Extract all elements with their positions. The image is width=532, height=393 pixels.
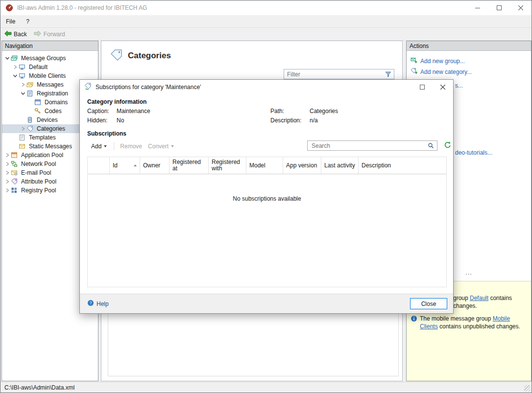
forward-button[interactable]: Forward [30, 29, 69, 39]
menu-bar: File ? [0, 15, 532, 28]
column-header-app-version[interactable]: App version [283, 157, 321, 174]
column-header-owner[interactable]: Owner [140, 157, 169, 174]
dialog-icon [84, 82, 92, 92]
note-mobile-clients-group: The mobile message group Mobile Clients … [411, 315, 527, 330]
add-new-group-link[interactable]: Add new group... [407, 56, 531, 67]
add-category-icon [411, 68, 418, 76]
default-group-link[interactable]: Default [470, 295, 488, 301]
column-label: Owner [143, 162, 160, 169]
back-label: Back [14, 31, 27, 38]
filter-input[interactable] [284, 71, 385, 78]
maximize-button[interactable] [488, 0, 510, 15]
column-header-model[interactable]: Model [246, 157, 283, 174]
chevron-right-icon[interactable] [4, 170, 10, 176]
category-information-header: Category information [87, 98, 146, 105]
filter-box [284, 69, 394, 79]
add-label: Add [91, 143, 101, 150]
tree-item-label: Attribute Pool [20, 178, 58, 185]
chevron-right-icon[interactable] [4, 161, 10, 167]
add-new-category-link[interactable]: Add new category... [407, 67, 531, 77]
column-label: Registered at [172, 159, 205, 172]
video-tutorials-link[interactable]: deo-tutorials... [455, 149, 492, 156]
add-new-category-label: Add new category... [420, 69, 472, 75]
remove-button[interactable]: Remove [117, 141, 145, 151]
grid-header-row: Id Owner Registered at Registered with M… [88, 157, 446, 174]
menu-file[interactable]: File [0, 16, 21, 27]
tree-item-label: Messages [35, 81, 65, 88]
registry-pool-icon [10, 187, 18, 194]
note-text: group [453, 295, 470, 301]
help-label: Help [97, 301, 109, 307]
add-button[interactable]: Add [87, 141, 111, 151]
tree-item-label: Mobile Clients [27, 72, 67, 79]
close-button-dialog[interactable]: Close [410, 298, 447, 309]
categories-icon [26, 125, 33, 132]
categories-page-icon [110, 48, 123, 63]
resize-grip[interactable] [524, 385, 531, 392]
forward-arrow-icon [34, 30, 42, 38]
menu-help[interactable]: ? [21, 16, 35, 27]
hidden-label: Hidden: [87, 117, 107, 124]
chevron-right-icon[interactable] [4, 187, 10, 193]
tree-item-label: Codes [43, 108, 63, 115]
refresh-button[interactable] [443, 141, 451, 151]
chevron-down-icon[interactable] [20, 91, 26, 96]
column-header-registered-with[interactable]: Registered with [209, 157, 246, 174]
nav-toolbar: Back Forward [0, 28, 532, 41]
caption-label: Caption: [87, 108, 109, 115]
dialog-maximize-button[interactable] [412, 80, 433, 94]
sort-ascending-icon [134, 164, 137, 166]
toolbar-separator [114, 142, 114, 150]
tree-item-label: Templates [27, 134, 57, 141]
forward-label: Forward [44, 31, 65, 38]
info-icon [411, 315, 417, 330]
dialog-title-bar: Subscriptions for category 'Maintenance' [80, 80, 453, 94]
path-label: Path: [270, 108, 284, 115]
description-value: n/a [310, 117, 318, 124]
column-label: App version [286, 162, 317, 169]
subscriptions-grid: Id Owner Registered at Registered with M… [87, 157, 447, 287]
computer-icon [18, 72, 25, 79]
tree-item-label: Application Pool [20, 152, 65, 159]
back-button[interactable]: Back [0, 29, 30, 39]
tree-item-default[interactable]: Default [2, 63, 98, 71]
note-default-group: group Default contains changes. [453, 294, 528, 310]
registration-icon [26, 90, 33, 97]
convert-button[interactable]: Convert [145, 141, 177, 151]
search-input[interactable] [308, 142, 428, 150]
chevron-right-icon[interactable] [20, 82, 26, 88]
caption-value: Maintenance [117, 108, 150, 115]
chevron-right-icon[interactable] [20, 126, 26, 132]
minimize-button[interactable] [467, 0, 488, 15]
status-path: C:\IBI-aws\Admin\Data.xml [4, 384, 74, 391]
computer-icon [18, 64, 25, 70]
help-link[interactable]: ? Help [87, 300, 109, 308]
close-button[interactable] [510, 0, 532, 15]
window-title: IBI-aws Admin 1.28.0 - registered for IB… [17, 4, 147, 11]
column-header-id[interactable]: Id [110, 157, 140, 174]
hidden-value: No [117, 117, 124, 124]
column-header-description[interactable]: Description [359, 157, 446, 174]
tree-item-label: Domains [43, 99, 69, 106]
app-icon [5, 4, 13, 12]
filter-funnel-icon[interactable] [385, 71, 391, 77]
chevron-right-icon[interactable] [4, 152, 10, 158]
dialog-close-icon-button[interactable] [433, 80, 453, 94]
search-icon[interactable] [428, 142, 434, 149]
email-pool-icon [10, 169, 18, 176]
add-new-group-label: Add new group... [420, 58, 465, 65]
chevron-down-icon[interactable] [12, 73, 18, 79]
attribute-pool-icon [10, 178, 18, 185]
partially-hidden-action-link[interactable]: s... [455, 82, 463, 89]
column-header-last-activity[interactable]: Last activity [321, 157, 359, 174]
dialog-title: Subscriptions for category 'Maintenance' [96, 84, 201, 91]
note-text: The mobile message group [420, 315, 493, 322]
messages-icon [26, 81, 33, 88]
chevron-right-icon[interactable] [12, 64, 18, 70]
tree-item-message-groups[interactable]: Message Groups [2, 54, 98, 63]
tree-item-label: Network Pool [20, 161, 57, 167]
chevron-right-icon[interactable] [4, 179, 10, 185]
svg-text:?: ? [89, 301, 92, 305]
chevron-down-icon[interactable] [4, 55, 10, 61]
column-header-registered-at[interactable]: Registered at [169, 157, 209, 174]
